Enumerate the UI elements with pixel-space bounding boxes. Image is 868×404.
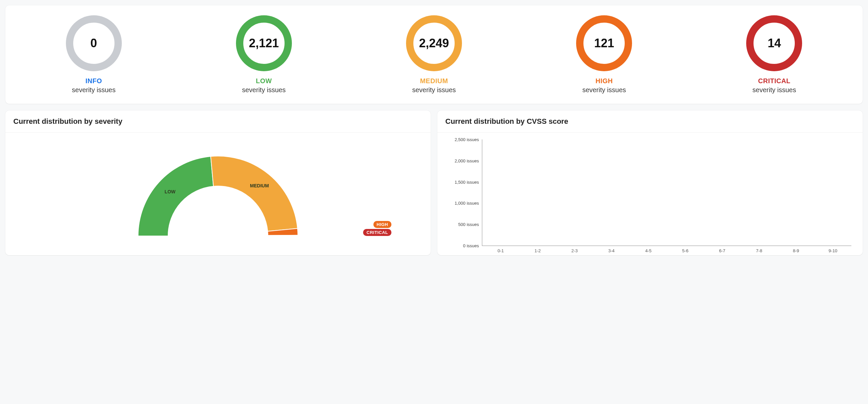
cvss-xcat: 1-2 [519,248,556,253]
cvss-ytick: 1,500 issues [455,179,479,184]
donut-segment-critical [268,235,298,236]
counter-medium-label: MEDIUM [349,77,519,85]
counter-critical-ring: 14 [746,15,802,71]
counter-info: 0 INFO severity issues [9,15,179,94]
counter-low-value: 2,121 [249,36,279,50]
donut-label-medium: MEDIUM [250,183,269,188]
counter-info-sub: severity issues [9,86,179,94]
donut-pill-critical: CRITICAL [363,229,392,236]
counter-low-label: LOW [179,77,349,85]
counter-info-label: INFO [9,77,179,85]
counter-medium-value: 2,249 [419,36,449,50]
cvss-xcat: 8-9 [777,248,814,253]
counter-medium-sub: severity issues [349,86,519,94]
cvss-xcat: 5-6 [667,248,704,253]
cvss-ytick: 1,000 issues [455,201,479,206]
cvss-ytick: 2,500 issues [455,137,479,142]
donut-pill-high: HIGH [373,221,392,228]
counter-high: 121 HIGH severity issues [519,15,689,94]
donut-segment-medium [211,156,298,231]
cvss-xcat: 7-8 [741,248,777,253]
cvss-xcat: 0-1 [482,248,519,253]
counter-critical: 14 CRITICAL severity issues [689,15,859,94]
counter-info-value: 0 [91,36,97,50]
cvss-ytick: 0 issues [463,243,479,248]
cvss-xcat: 3-4 [593,248,630,253]
counter-info-ring: 0 [66,15,122,71]
counter-high-ring: 121 [576,15,632,71]
counter-critical-value: 14 [768,36,781,50]
cvss-bar-chart: 0-11-22-33-44-55-66-77-88-99-10 0 issues… [482,139,851,246]
counter-medium: 2,249 MEDIUM severity issues [349,15,519,94]
counter-low: 2,121 LOW severity issues [179,15,349,94]
donut-label-low: LOW [165,189,176,194]
counter-critical-sub: severity issues [689,86,859,94]
counter-medium-ring: 2,249 [406,15,462,71]
panel-severity-title: Current distribution by severity [5,111,431,133]
cvss-ytick: 2,000 issues [455,158,479,163]
panel-severity-body: LOWMEDIUM HIGH CRITICAL [5,133,431,255]
cvss-xcat: 2-3 [556,248,593,253]
panel-cvss: Current distribution by CVSS score 0-11-… [437,111,863,255]
panel-cvss-title: Current distribution by CVSS score [437,111,863,133]
severity-half-donut-chart: LOWMEDIUM [131,143,305,243]
counter-high-label: HIGH [519,77,689,85]
counter-low-ring: 2,121 [236,15,292,71]
cvss-xcat: 4-5 [630,248,667,253]
counter-critical-label: CRITICAL [689,77,859,85]
counter-low-sub: severity issues [179,86,349,94]
counter-high-value: 121 [594,36,614,50]
charts-row: Current distribution by severity LOWMEDI… [5,111,863,255]
severity-counters-card: 0 INFO severity issues 2,121 LOW severit… [5,5,863,104]
panel-cvss-body: 0-11-22-33-44-55-66-77-88-99-10 0 issues… [437,133,863,255]
cvss-ytick: 500 issues [458,222,479,227]
cvss-bars: 0-11-22-33-44-55-66-77-88-99-10 [482,139,851,246]
donut-segment-low [138,156,213,236]
counter-high-sub: severity issues [519,86,689,94]
cvss-xcat: 9-10 [814,248,851,253]
cvss-xcat: 6-7 [704,248,741,253]
panel-severity: Current distribution by severity LOWMEDI… [5,111,431,255]
